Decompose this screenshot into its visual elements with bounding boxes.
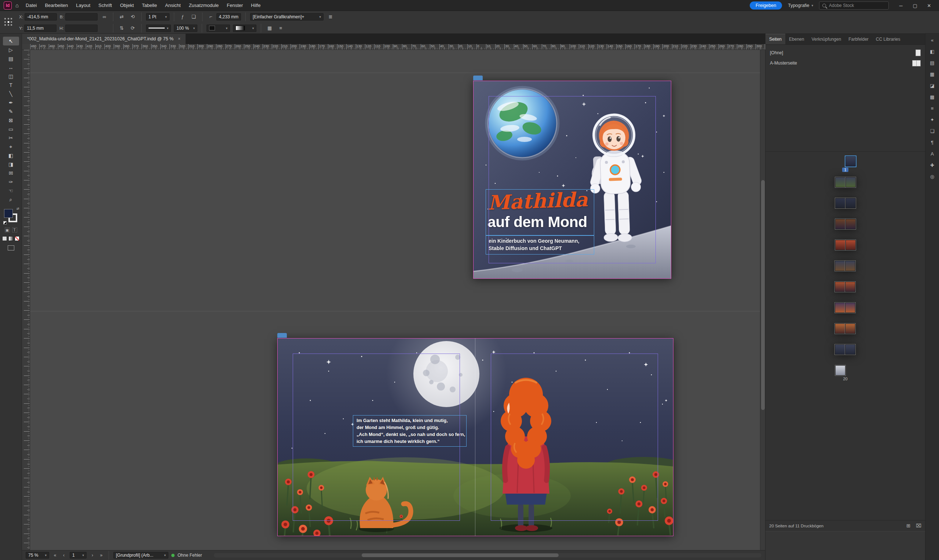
page-thumbnail[interactable] bbox=[845, 323, 855, 334]
spread-tab[interactable] bbox=[473, 75, 483, 80]
zoom-tool[interactable]: ⌕ bbox=[3, 195, 19, 204]
cover-title-script[interactable]: Mathilda bbox=[488, 188, 588, 214]
object-style-input[interactable]: [Einfacher Grafikrahmen]+ ▾ bbox=[250, 13, 323, 20]
formatting-affects-text-icon[interactable]: T bbox=[12, 228, 17, 232]
page-thumbnail[interactable] bbox=[845, 240, 856, 250]
menu-fenster[interactable]: Fenster bbox=[223, 3, 247, 8]
stroke-style-input[interactable]: ▾ bbox=[146, 25, 171, 32]
vertical-ruler[interactable] bbox=[22, 50, 30, 550]
menu-tabelle[interactable]: Tabelle bbox=[138, 3, 161, 8]
cc-libraries-panel-icon[interactable]: ▤ bbox=[928, 58, 937, 67]
selection-tool[interactable]: ↖ bbox=[3, 37, 19, 46]
previous-spread-button[interactable]: ‹ bbox=[61, 553, 67, 558]
height-field[interactable]: H: bbox=[59, 25, 98, 32]
page-thumbnail[interactable] bbox=[845, 303, 855, 313]
rectangle-frame-tool[interactable]: ⊠ bbox=[3, 116, 19, 125]
align-panel-icon[interactable]: ▦ bbox=[266, 25, 274, 32]
document-tab[interactable]: *002_Mathilda-und-der-Mond_21x21_2023102… bbox=[22, 34, 186, 44]
gradient-tool[interactable]: ◧ bbox=[3, 151, 19, 160]
x-input[interactable]: -414,5 mm bbox=[25, 13, 57, 20]
h-input[interactable] bbox=[65, 25, 98, 32]
cover-spread[interactable]: Mathilda auf dem Mond ein Kinderbuch von… bbox=[473, 81, 671, 279]
last-spread-button[interactable]: » bbox=[98, 553, 104, 558]
w-input[interactable] bbox=[65, 13, 98, 20]
maximize-button[interactable]: ▢ bbox=[909, 3, 921, 8]
panel-tab-verknüpfungen[interactable]: Verknüpfungen bbox=[808, 34, 845, 45]
reference-point-proxy[interactable] bbox=[4, 17, 13, 27]
menu-ansicht[interactable]: Ansicht bbox=[161, 3, 185, 8]
swatches-panel-icon[interactable]: ▩ bbox=[928, 93, 937, 101]
menu-hilfe[interactable]: Hilfe bbox=[247, 3, 265, 8]
inside-spread[interactable]: .stem{stroke:#37502c;stroke-width:3.5;fi… bbox=[277, 338, 673, 536]
vertical-scrollbar-thumb[interactable] bbox=[761, 180, 765, 410]
share-button[interactable]: Freigeben bbox=[750, 2, 782, 9]
panel-tab-farbfelder[interactable]: Farbfelder bbox=[845, 34, 872, 45]
horizontal-ruler[interactable]: 4804704604504404304204104003903803703603… bbox=[30, 44, 765, 50]
minimize-button[interactable]: ─ bbox=[894, 3, 907, 8]
menu-schrift[interactable]: Schrift bbox=[94, 3, 116, 8]
page-tool[interactable]: ▤ bbox=[3, 54, 19, 63]
pen-tool[interactable]: ✒ bbox=[3, 98, 19, 107]
links-panel-icon[interactable]: ✚ bbox=[928, 161, 937, 169]
scissors-tool[interactable]: ✂ bbox=[3, 134, 19, 142]
x-position-field[interactable]: X: -414,5 mm bbox=[19, 13, 57, 20]
page-thumbnail[interactable] bbox=[835, 219, 845, 229]
fill-swatch-input[interactable]: ▾ bbox=[206, 25, 230, 32]
menu-zusatzmodule[interactable]: Zusatzmodule bbox=[185, 3, 223, 8]
constrain-proportions-icon[interactable]: ∞ bbox=[100, 13, 109, 20]
workspace-switcher[interactable]: Typografie ▾ bbox=[788, 3, 813, 8]
next-spread-button[interactable]: › bbox=[89, 553, 95, 558]
stroke-weight-field[interactable]: 1 Pt ▾ bbox=[146, 13, 169, 20]
default-fill-stroke-icon[interactable] bbox=[3, 221, 6, 225]
panel-tab-ebenen[interactable]: Ebenen bbox=[785, 34, 808, 45]
page-thumbnail[interactable] bbox=[835, 282, 845, 292]
pasteboard[interactable]: Mathilda auf dem Mond ein Kinderbuch von… bbox=[30, 50, 765, 550]
page-thumbnail[interactable] bbox=[845, 156, 856, 166]
rotate-ccw-icon[interactable]: ⟲ bbox=[129, 13, 137, 20]
rotate-cw-icon[interactable]: ⟳ bbox=[129, 25, 137, 32]
pages-panel-icon[interactable]: ◎ bbox=[928, 172, 937, 180]
menu-objekt[interactable]: Objekt bbox=[116, 3, 138, 8]
cover-subtitle[interactable]: ein Kinderbuch von Georg Neumann, Stable… bbox=[489, 238, 579, 252]
horizontal-scrollbar-thumb[interactable] bbox=[362, 554, 559, 557]
y-position-field[interactable]: Y: 11,5 mm bbox=[19, 25, 57, 32]
page-thumbnail[interactable] bbox=[845, 198, 856, 208]
page-thumbnail[interactable] bbox=[845, 177, 856, 188]
page-thumbnail[interactable] bbox=[835, 261, 845, 271]
gradient-panel-icon[interactable]: ◪ bbox=[928, 82, 937, 89]
pencil-tool[interactable]: ✎ bbox=[3, 107, 19, 116]
content-collector-tool[interactable]: ◫ bbox=[3, 72, 19, 81]
width-field[interactable]: B: bbox=[60, 13, 98, 20]
opacity-field[interactable]: 100 % ▾ bbox=[174, 25, 197, 32]
paragraph-styles-panel-icon[interactable]: ¶ bbox=[928, 138, 937, 146]
close-button[interactable]: ✕ bbox=[923, 3, 935, 8]
color-panel-icon[interactable]: ▦ bbox=[928, 70, 937, 78]
note-tool[interactable]: ✉ bbox=[3, 169, 19, 177]
master-a-row[interactable]: A-Musterseite bbox=[765, 58, 925, 68]
page-thumbnail[interactable] bbox=[845, 261, 855, 271]
apply-color-button[interactable] bbox=[2, 236, 7, 241]
gap-tool[interactable]: ↔ bbox=[3, 63, 19, 72]
poem-text[interactable]: Im Garten steht Mathilda, klein und muti… bbox=[357, 417, 465, 445]
master-none-row[interactable]: [Ohne] bbox=[765, 48, 925, 58]
page-thumbnail[interactable] bbox=[845, 219, 856, 229]
fill-swatch-field[interactable]: ▾ bbox=[206, 25, 230, 32]
page-thumbnail[interactable] bbox=[835, 177, 845, 188]
cover-title-bold[interactable]: auf dem Mond bbox=[488, 214, 587, 231]
menu-datei[interactable]: Datei bbox=[22, 3, 41, 8]
flip-vertical-icon[interactable]: ⇅ bbox=[118, 25, 126, 32]
apply-gradient-button[interactable] bbox=[8, 236, 13, 241]
opacity-input[interactable]: 100 % ▾ bbox=[174, 25, 197, 32]
formatting-affects-container-icon[interactable]: ▣ bbox=[5, 228, 10, 232]
spread-tab[interactable] bbox=[277, 333, 287, 338]
free-transform-tool[interactable]: ⌖ bbox=[3, 142, 19, 151]
panel-tab-cc-libraries[interactable]: CC Libraries bbox=[872, 34, 904, 45]
first-spread-button[interactable]: « bbox=[52, 553, 58, 558]
text-wrap-icon[interactable]: ≡ bbox=[277, 25, 285, 32]
page-number-select[interactable]: 1 ▾ bbox=[70, 552, 86, 558]
preflight-status-label[interactable]: Ohne Fehler bbox=[177, 553, 202, 558]
horizontal-scrollbar[interactable] bbox=[214, 553, 762, 557]
zoom-level-select[interactable]: 75 % ▾ bbox=[26, 552, 49, 558]
page-label[interactable]: 20 bbox=[841, 377, 849, 381]
page-thumbnail[interactable] bbox=[845, 282, 855, 292]
